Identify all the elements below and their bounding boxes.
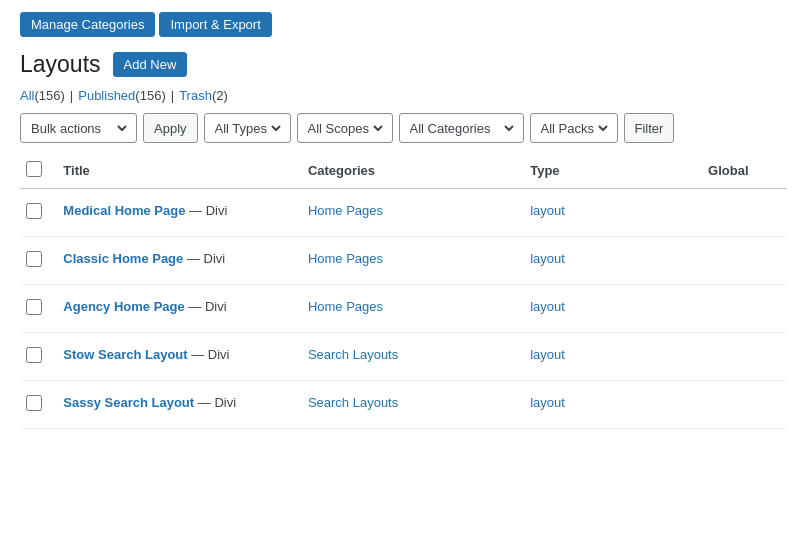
categories-select[interactable]: All Categories Home Pages Search Layouts… [406,120,517,137]
row-pack: Divi [214,395,236,410]
row-category-cell: Home Pages [298,285,520,333]
row-checkbox-cell [20,333,53,381]
manage-categories-button[interactable]: Manage Categories [20,12,155,37]
row-global-cell [698,381,787,429]
top-navigation: Manage Categories Import & Export [20,12,787,37]
row-type-link[interactable]: layout [530,203,565,218]
row-checkbox[interactable] [26,251,42,267]
row-separator: — [198,395,215,410]
row-title-link[interactable]: Agency Home Page [63,299,184,314]
bulk-actions-select[interactable]: Bulk actions Edit Move to Trash [27,120,130,137]
row-type-link[interactable]: layout [530,395,565,410]
row-title-link[interactable]: Classic Home Page [63,251,183,266]
add-new-button[interactable]: Add New [113,52,188,77]
row-global-cell [698,237,787,285]
row-title-cell: Agency Home Page — Divi [53,285,298,333]
page-title: Layouts [20,51,101,78]
row-type-link[interactable]: layout [530,299,565,314]
row-global-cell [698,333,787,381]
row-title-cell: Stow Search Layout — Divi [53,333,298,381]
row-title-cell: Sassy Search Layout — Divi [53,381,298,429]
row-title-link[interactable]: Stow Search Layout [63,347,187,362]
packs-select[interactable]: All Packs Divi [537,120,611,137]
filter-button[interactable]: Filter [624,113,675,143]
row-category-link[interactable]: Home Pages [308,299,383,314]
row-title-cell: Medical Home Page — Divi [53,189,298,237]
row-category-cell: Search Layouts [298,381,520,429]
col-header-checkbox [20,153,53,189]
row-category-cell: Home Pages [298,237,520,285]
filter-trash-link[interactable]: Trash [179,88,212,103]
row-separator: — [188,299,205,314]
row-checkbox[interactable] [26,203,42,219]
all-count: (156) [34,88,64,103]
layouts-table: Title Categories Type Global Medical Hom… [20,153,787,429]
separator-2: | [171,88,174,103]
filter-published-link[interactable]: Published [78,88,135,103]
row-pack: Divi [206,203,228,218]
row-separator: — [187,251,204,266]
types-select[interactable]: All Types Layout Header Footer Section [211,120,284,137]
all-packs-dropdown[interactable]: All Packs Divi [530,113,618,143]
row-category-link[interactable]: Home Pages [308,251,383,266]
tablenav: Bulk actions Edit Move to Trash Apply Al… [20,113,787,143]
row-type-cell: layout [520,381,698,429]
row-checkbox-cell [20,189,53,237]
table-row: Medical Home Page — Divi Home Pages layo… [20,189,787,237]
row-category-cell: Home Pages [298,189,520,237]
row-type-link[interactable]: layout [530,251,565,266]
select-all-checkbox[interactable] [26,161,42,177]
row-type-cell: layout [520,285,698,333]
all-scopes-dropdown[interactable]: All Scopes Global Local [297,113,393,143]
page-title-row: Layouts Add New [20,51,787,78]
table-row: Classic Home Page — Divi Home Pages layo… [20,237,787,285]
table-header-row: Title Categories Type Global [20,153,787,189]
row-checkbox[interactable] [26,299,42,315]
filter-all-link[interactable]: All [20,88,34,103]
col-header-categories: Categories [298,153,520,189]
published-count: (156) [135,88,165,103]
row-title-cell: Classic Home Page — Divi [53,237,298,285]
row-global-cell [698,189,787,237]
all-types-dropdown[interactable]: All Types Layout Header Footer Section [204,113,291,143]
table-row: Sassy Search Layout — Divi Search Layout… [20,381,787,429]
row-separator: — [189,203,206,218]
row-category-link[interactable]: Search Layouts [308,347,398,362]
row-checkbox[interactable] [26,347,42,363]
row-checkbox[interactable] [26,395,42,411]
row-title-link[interactable]: Sassy Search Layout [63,395,194,410]
row-checkbox-cell [20,285,53,333]
row-pack: Divi [208,347,230,362]
row-checkbox-cell [20,237,53,285]
apply-button[interactable]: Apply [143,113,198,143]
row-category-link[interactable]: Home Pages [308,203,383,218]
scopes-select[interactable]: All Scopes Global Local [304,120,386,137]
trash-count: (2) [212,88,228,103]
table-row: Agency Home Page — Divi Home Pages layou… [20,285,787,333]
separator-1: | [70,88,73,103]
row-type-cell: layout [520,333,698,381]
bulk-actions-wrapper[interactable]: Bulk actions Edit Move to Trash [20,113,137,143]
col-header-type: Type [520,153,698,189]
row-category-link[interactable]: Search Layouts [308,395,398,410]
row-pack: Divi [205,299,227,314]
row-type-cell: layout [520,189,698,237]
row-title-link[interactable]: Medical Home Page [63,203,185,218]
all-categories-dropdown[interactable]: All Categories Home Pages Search Layouts… [399,113,524,143]
table-row: Stow Search Layout — Divi Search Layouts… [20,333,787,381]
row-checkbox-cell [20,381,53,429]
row-pack: Divi [204,251,226,266]
row-type-link[interactable]: layout [530,347,565,362]
row-category-cell: Search Layouts [298,333,520,381]
row-global-cell [698,285,787,333]
col-header-title: Title [53,153,298,189]
row-type-cell: layout [520,237,698,285]
filter-links: All (156) | Published (156) | Trash (2) [20,88,787,103]
row-separator: — [191,347,208,362]
import-export-button[interactable]: Import & Export [159,12,271,37]
col-header-global: Global [698,153,787,189]
